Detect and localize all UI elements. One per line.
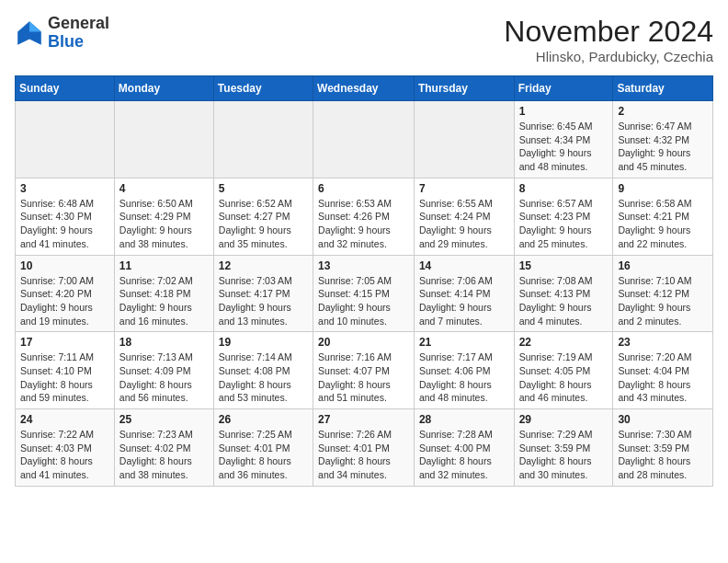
day-number: 19	[219, 336, 308, 349]
day-number: 16	[618, 259, 708, 272]
calendar-row: 10Sunrise: 7:00 AM Sunset: 4:20 PM Dayli…	[16, 255, 713, 332]
svg-marker-1	[29, 21, 41, 31]
day-number: 25	[119, 413, 209, 426]
day-number: 29	[519, 413, 609, 426]
day-info: Sunrise: 7:00 AM Sunset: 4:20 PM Dayligh…	[20, 274, 109, 328]
day-info: Sunrise: 7:30 AM Sunset: 3:59 PM Dayligh…	[618, 428, 708, 482]
day-info: Sunrise: 6:45 AM Sunset: 4:34 PM Dayligh…	[519, 120, 609, 174]
day-number: 27	[318, 413, 409, 426]
location: Hlinsko, Pardubicky, Czechia	[504, 49, 713, 64]
month-title: November 2024	[504, 15, 713, 49]
calendar-header: SundayMondayTuesdayWednesdayThursdayFrid…	[16, 76, 713, 101]
calendar-cell: 30Sunrise: 7:30 AM Sunset: 3:59 PM Dayli…	[613, 409, 713, 487]
logo-blue: Blue	[48, 32, 84, 51]
day-number: 11	[119, 259, 209, 272]
day-number: 30	[618, 413, 708, 426]
day-info: Sunrise: 7:16 AM Sunset: 4:07 PM Dayligh…	[318, 350, 409, 405]
calendar-cell: 18Sunrise: 7:13 AM Sunset: 4:09 PM Dayli…	[114, 332, 213, 409]
day-number: 4	[119, 182, 209, 195]
day-number: 18	[119, 336, 209, 349]
calendar-cell	[114, 101, 213, 178]
day-number: 8	[519, 182, 609, 195]
calendar-cell: 22Sunrise: 7:19 AM Sunset: 4:05 PM Dayli…	[514, 332, 613, 409]
calendar-cell: 1Sunrise: 6:45 AM Sunset: 4:34 PM Daylig…	[514, 101, 613, 178]
calendar-cell: 15Sunrise: 7:08 AM Sunset: 4:13 PM Dayli…	[514, 255, 613, 332]
header-day: Tuesday	[213, 76, 313, 101]
day-info: Sunrise: 7:26 AM Sunset: 4:01 PM Dayligh…	[318, 428, 409, 482]
day-number: 28	[419, 413, 509, 426]
calendar-cell: 12Sunrise: 7:03 AM Sunset: 4:17 PM Dayli…	[213, 255, 313, 332]
logo-icon	[15, 18, 44, 48]
day-info: Sunrise: 7:06 AM Sunset: 4:14 PM Dayligh…	[419, 274, 509, 328]
calendar-cell: 25Sunrise: 7:23 AM Sunset: 4:02 PM Dayli…	[114, 409, 213, 487]
calendar-cell: 26Sunrise: 7:25 AM Sunset: 4:01 PM Dayli…	[213, 409, 313, 487]
calendar-body: 1Sunrise: 6:45 AM Sunset: 4:34 PM Daylig…	[16, 101, 713, 487]
day-number: 17	[20, 336, 109, 349]
day-info: Sunrise: 7:28 AM Sunset: 4:00 PM Dayligh…	[419, 428, 509, 482]
page-header: General Blue November 2024 Hlinsko, Pard…	[15, 15, 713, 64]
day-number: 2	[618, 105, 708, 118]
day-info: Sunrise: 6:47 AM Sunset: 4:32 PM Dayligh…	[618, 120, 708, 174]
day-info: Sunrise: 6:55 AM Sunset: 4:24 PM Dayligh…	[419, 197, 509, 251]
calendar-row: 1Sunrise: 6:45 AM Sunset: 4:34 PM Daylig…	[16, 101, 713, 178]
day-info: Sunrise: 7:19 AM Sunset: 4:05 PM Dayligh…	[519, 350, 609, 405]
day-number: 13	[318, 259, 409, 272]
calendar-cell: 27Sunrise: 7:26 AM Sunset: 4:01 PM Dayli…	[313, 409, 415, 487]
calendar-cell: 2Sunrise: 6:47 AM Sunset: 4:32 PM Daylig…	[613, 101, 713, 178]
logo-text: General Blue	[48, 15, 109, 52]
calendar-cell: 9Sunrise: 6:58 AM Sunset: 4:21 PM Daylig…	[613, 178, 713, 255]
day-info: Sunrise: 7:25 AM Sunset: 4:01 PM Dayligh…	[219, 428, 308, 482]
header-row: SundayMondayTuesdayWednesdayThursdayFrid…	[16, 76, 713, 101]
day-info: Sunrise: 6:57 AM Sunset: 4:23 PM Dayligh…	[519, 197, 609, 251]
day-number: 3	[20, 182, 109, 195]
day-info: Sunrise: 7:23 AM Sunset: 4:02 PM Dayligh…	[119, 428, 209, 482]
day-number: 1	[519, 105, 609, 118]
calendar-cell: 14Sunrise: 7:06 AM Sunset: 4:14 PM Dayli…	[414, 255, 514, 332]
calendar-cell: 16Sunrise: 7:10 AM Sunset: 4:12 PM Dayli…	[613, 255, 713, 332]
calendar-cell: 29Sunrise: 7:29 AM Sunset: 3:59 PM Dayli…	[514, 409, 613, 487]
day-number: 12	[219, 259, 308, 272]
day-info: Sunrise: 7:05 AM Sunset: 4:15 PM Dayligh…	[318, 274, 409, 328]
calendar-cell: 20Sunrise: 7:16 AM Sunset: 4:07 PM Dayli…	[313, 332, 415, 409]
calendar-cell: 6Sunrise: 6:53 AM Sunset: 4:26 PM Daylig…	[313, 178, 415, 255]
logo-general: General	[48, 14, 109, 32]
calendar-cell: 8Sunrise: 6:57 AM Sunset: 4:23 PM Daylig…	[514, 178, 613, 255]
day-number: 23	[618, 336, 708, 349]
day-number: 20	[318, 336, 409, 349]
day-number: 10	[20, 259, 109, 272]
calendar-cell: 10Sunrise: 7:00 AM Sunset: 4:20 PM Dayli…	[16, 255, 115, 332]
calendar-cell: 4Sunrise: 6:50 AM Sunset: 4:29 PM Daylig…	[114, 178, 213, 255]
calendar-row: 3Sunrise: 6:48 AM Sunset: 4:30 PM Daylig…	[16, 178, 713, 255]
day-info: Sunrise: 7:13 AM Sunset: 4:09 PM Dayligh…	[119, 350, 209, 405]
calendar-cell: 11Sunrise: 7:02 AM Sunset: 4:18 PM Dayli…	[114, 255, 213, 332]
calendar-cell	[313, 101, 415, 178]
day-info: Sunrise: 7:11 AM Sunset: 4:10 PM Dayligh…	[20, 350, 109, 405]
day-number: 7	[419, 182, 509, 195]
header-day: Friday	[514, 76, 613, 101]
header-day: Sunday	[16, 76, 115, 101]
day-info: Sunrise: 7:02 AM Sunset: 4:18 PM Dayligh…	[119, 274, 209, 328]
day-info: Sunrise: 6:52 AM Sunset: 4:27 PM Dayligh…	[219, 197, 308, 251]
day-info: Sunrise: 7:03 AM Sunset: 4:17 PM Dayligh…	[219, 274, 308, 328]
day-number: 24	[20, 413, 109, 426]
calendar-cell: 21Sunrise: 7:17 AM Sunset: 4:06 PM Dayli…	[414, 332, 514, 409]
logo: General Blue	[15, 15, 109, 52]
day-info: Sunrise: 7:10 AM Sunset: 4:12 PM Dayligh…	[618, 274, 708, 328]
header-day: Monday	[114, 76, 213, 101]
day-number: 6	[318, 182, 409, 195]
calendar-cell: 28Sunrise: 7:28 AM Sunset: 4:00 PM Dayli…	[414, 409, 514, 487]
day-info: Sunrise: 7:22 AM Sunset: 4:03 PM Dayligh…	[20, 428, 109, 482]
calendar-row: 24Sunrise: 7:22 AM Sunset: 4:03 PM Dayli…	[16, 409, 713, 487]
calendar-cell	[213, 101, 313, 178]
day-info: Sunrise: 7:20 AM Sunset: 4:04 PM Dayligh…	[618, 350, 708, 405]
day-info: Sunrise: 7:17 AM Sunset: 4:06 PM Dayligh…	[419, 350, 509, 405]
calendar-cell: 7Sunrise: 6:55 AM Sunset: 4:24 PM Daylig…	[414, 178, 514, 255]
calendar-cell	[16, 101, 115, 178]
calendar-cell: 23Sunrise: 7:20 AM Sunset: 4:04 PM Dayli…	[613, 332, 713, 409]
calendar-cell: 19Sunrise: 7:14 AM Sunset: 4:08 PM Dayli…	[213, 332, 313, 409]
day-info: Sunrise: 7:08 AM Sunset: 4:13 PM Dayligh…	[519, 274, 609, 328]
day-number: 14	[419, 259, 509, 272]
calendar-cell	[414, 101, 514, 178]
day-info: Sunrise: 6:53 AM Sunset: 4:26 PM Dayligh…	[318, 197, 409, 251]
title-block: November 2024 Hlinsko, Pardubicky, Czech…	[504, 15, 713, 64]
